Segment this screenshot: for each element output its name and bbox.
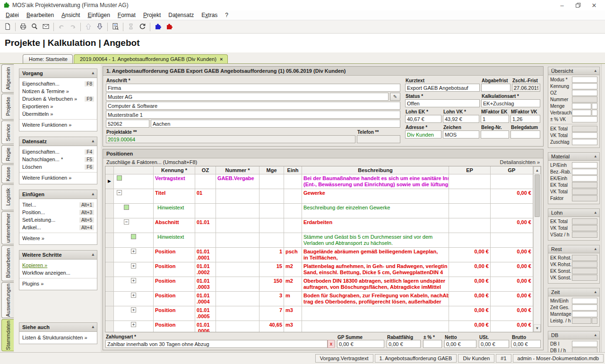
expand-node-icon[interactable]: +	[131, 293, 136, 298]
row-checkbox[interactable]	[131, 234, 136, 239]
collapse-icon[interactable]: ▴	[92, 70, 94, 76]
report-button[interactable]	[110, 21, 121, 33]
sidebar-item[interactable]: Nachschlagen... *F5	[19, 156, 97, 163]
section-header[interactable]: Weitere Schritte▴	[19, 251, 97, 260]
inspector-field[interactable]	[572, 162, 597, 168]
expand-node-icon[interactable]: +	[131, 263, 136, 269]
sidebar-item[interactable]: Position...Alt+3	[19, 208, 97, 216]
inspector-field[interactable]	[572, 132, 597, 139]
sidebar-item[interactable]: Artikel...Alt+4	[19, 224, 97, 231]
row-selector[interactable]	[105, 277, 114, 291]
column-header-ep[interactable]: EP	[449, 166, 491, 174]
expand-node-icon[interactable]: +	[131, 278, 136, 283]
sidebar-item[interactable]: Kopieren »	[19, 261, 97, 269]
lohn-ek-input[interactable]	[405, 115, 441, 123]
collapse-icon[interactable]: ▴	[594, 210, 596, 216]
module-tab-broarbeiten[interactable]: Büroarbeiten	[1, 245, 14, 281]
row-selector[interactable]	[105, 248, 114, 262]
collapse-icon[interactable]: ▴	[92, 139, 94, 144]
inspector-field-small[interactable]	[592, 110, 597, 116]
puzzle-red-button[interactable]	[164, 21, 175, 33]
sidebar-item[interactable]: Titel...Alt+1	[19, 201, 97, 208]
column-header-einh[interactable]: Einh	[284, 166, 302, 174]
sidebar-item[interactable]: Weitere Funktionen »	[19, 121, 97, 129]
sidebar-item[interactable]: Weitere »	[19, 234, 97, 242]
zahlungsart-input[interactable]	[105, 340, 328, 348]
section-header[interactable]: Einfügen▴	[19, 190, 97, 199]
anschrift-line4-input[interactable]	[106, 111, 400, 119]
restore-button[interactable]	[570, 0, 586, 10]
tab-home[interactable]: Home: Startseite	[23, 54, 73, 63]
total-field[interactable]	[423, 340, 442, 348]
refresh-button[interactable]	[137, 21, 148, 33]
module-tab-projekte[interactable]: Projekte	[1, 94, 14, 120]
row-selector[interactable]: ▶	[105, 174, 114, 189]
row-selector[interactable]	[105, 262, 114, 277]
section-header[interactable]: Vorgang▴	[19, 69, 97, 78]
collapse-icon[interactable]: ▴	[594, 68, 596, 74]
menu-ansicht[interactable]: Ansicht	[58, 11, 84, 19]
scroll-thumb[interactable]	[535, 174, 540, 217]
module-tab-logistik[interactable]: Logistik	[1, 184, 14, 210]
menu-format[interactable]: Format	[114, 11, 139, 19]
panel-header[interactable]: Rest▴	[548, 245, 599, 253]
inspector-field[interactable]	[572, 110, 591, 116]
inspector-field[interactable]	[572, 175, 597, 182]
mfaktor-vk-input[interactable]	[510, 115, 540, 123]
edit-address-button[interactable]: ✎	[390, 93, 400, 101]
inspector-scrollbar[interactable]	[601, 64, 605, 352]
column-header-gp[interactable]: GP	[491, 166, 533, 174]
module-tab-allgemein[interactable]: Allgemein	[1, 64, 14, 93]
scroll-up-icon[interactable]: ▲	[534, 166, 541, 174]
sidebar-item[interactable]: Listen & Strukturansichten »	[19, 334, 97, 341]
sidebar-item[interactable]: Eigenschaften...F4	[19, 148, 97, 156]
sidebar-item[interactable]: Übermitteln »	[19, 110, 97, 118]
column-header-oz[interactable]: OZ	[195, 166, 216, 174]
table-row[interactable]: +Position01.01.00011pschBaugelände abräu…	[105, 248, 533, 262]
inspector-field-small[interactable]	[592, 103, 597, 109]
module-tab-unternehmer[interactable]: unternehmer	[1, 211, 14, 244]
adresse-input[interactable]	[405, 130, 441, 139]
expand-node-icon[interactable]: +	[131, 307, 136, 312]
ort-input[interactable]	[151, 120, 400, 128]
row-selector[interactable]	[105, 306, 114, 321]
panel-header[interactable]: Material▴	[548, 153, 599, 161]
inspector-field[interactable]	[572, 90, 597, 96]
sidebar-item[interactable]: Workflow anzeigen...	[19, 269, 97, 277]
collapse-icon[interactable]: ▴	[594, 332, 596, 338]
table-scrollbar[interactable]: ▲ ▼	[533, 166, 541, 332]
section-header[interactable]: Siehe auch▴	[19, 323, 97, 332]
puzzle-blue-button[interactable]	[152, 21, 164, 33]
mail-button[interactable]	[40, 21, 52, 33]
sidebar-item[interactable]: Notizen & Termine »	[19, 87, 97, 95]
row-selector[interactable]	[105, 292, 114, 306]
table-row[interactable]: HinweistextStämme und Geäst bis 5 cm Dur…	[105, 233, 533, 248]
close-button[interactable]: ✕	[586, 0, 602, 10]
column-header-nummer[interactable]: Nummer *	[216, 166, 259, 174]
projektakte-field[interactable]	[106, 135, 355, 143]
menu-datei[interactable]: Datei	[2, 11, 23, 19]
collapse-icon[interactable]: ▴	[92, 191, 94, 197]
table-row[interactable]: −Titel01Gewerke0,00 €	[105, 189, 533, 204]
tab-document[interactable]: 2019.00064 - 1. Angebotsaufforderung GAE…	[74, 54, 228, 63]
status-input[interactable]	[405, 99, 480, 107]
sidebar-item[interactable]: Exportieren »	[19, 103, 97, 110]
module-tab-regie[interactable]: Regie	[1, 145, 14, 164]
abgabefrist-input[interactable]	[481, 84, 510, 92]
clear-zahlungsart-button[interactable]: x	[328, 340, 335, 348]
module-tab-service[interactable]: Service	[1, 121, 14, 144]
table-row[interactable]: ▶VertragstextGAEB.VergabeBei der Baumaßn…	[105, 174, 533, 189]
table-row[interactable]: −Abschnitt01.01Erdarbeiten0,00 €	[105, 218, 533, 233]
row-checkbox[interactable]	[124, 205, 129, 210]
collapse-icon[interactable]: ▴	[594, 289, 596, 295]
sidebar-item[interactable]: Drucken & Verbuchen »F9	[19, 95, 97, 103]
new-document-button[interactable]	[2, 21, 13, 33]
row-selector[interactable]	[105, 321, 114, 332]
menu-projekt[interactable]: Projekt	[139, 11, 164, 19]
detailansichten-link[interactable]: Detailansichten »	[500, 159, 540, 165]
zschl-frist-input[interactable]	[512, 84, 540, 92]
inspector-field[interactable]	[572, 298, 597, 304]
table-row[interactable]: +Position01.01.000215m2Plattenbelag aufn…	[105, 262, 533, 277]
sidebar-item[interactable]: Weitere Funktionen »	[19, 174, 97, 182]
panel-header[interactable]: DB▴	[548, 331, 599, 339]
